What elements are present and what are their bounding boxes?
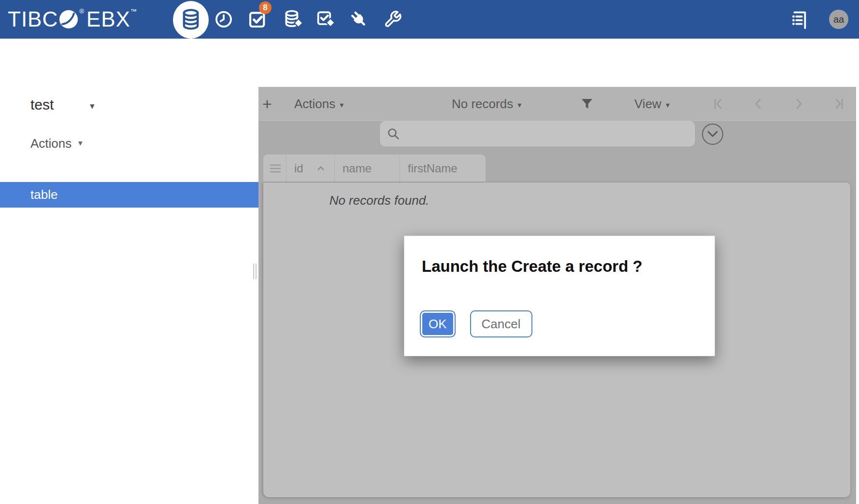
data-models-icon[interactable]	[180, 9, 201, 30]
column-menu-handle[interactable]	[263, 154, 286, 182]
tibco-swoosh-icon	[58, 9, 79, 29]
tasks-badge: 8	[259, 1, 272, 14]
sidebar-item-table[interactable]: table	[0, 182, 259, 208]
empty-table-message: No records found.	[263, 193, 495, 208]
search-expand-button[interactable]	[702, 124, 723, 145]
confirmation-dialog: Launch the Create a record ? OK Cancel	[404, 236, 715, 356]
actions-caret-icon: ▾	[340, 98, 344, 110]
user-avatar[interactable]: aa	[829, 10, 848, 29]
dialog-title: Launch the Create a record ?	[422, 257, 643, 276]
first-page-icon[interactable]	[713, 98, 724, 110]
top-bar: TIBC ® EBX ™	[0, 0, 859, 39]
page-header: Master Data - Reference ▾ table ?	[0, 39, 859, 87]
create-record-button[interactable]: +	[262, 87, 272, 121]
sidebar: test ▾ Actions ▾ table	[0, 87, 258, 504]
trademark-mark: ™	[130, 8, 137, 15]
cancel-button[interactable]: Cancel	[470, 310, 532, 337]
table-toolbar: + Actions ▾ No records ▾ View ▾	[258, 87, 859, 121]
dataspaces-edit-icon[interactable]	[283, 9, 304, 30]
perspectives-menu-icon[interactable]	[787, 9, 809, 30]
integration-plug-icon[interactable]	[348, 9, 370, 30]
previous-page-icon[interactable]	[753, 98, 764, 110]
dataset-caret-icon[interactable]: ▾	[90, 100, 95, 112]
column-header-id[interactable]: id	[286, 154, 335, 182]
table-header-row: id name firstName	[263, 154, 486, 182]
history-clock-icon[interactable]	[213, 9, 234, 30]
ok-button[interactable]: OK	[420, 310, 456, 337]
search-field	[380, 121, 695, 146]
next-page-icon[interactable]	[793, 98, 804, 110]
registered-mark: ®	[79, 8, 84, 15]
logo-text-tibc: TIBC	[8, 0, 58, 39]
filter-icon[interactable]	[581, 98, 593, 109]
column-header-firstName[interactable]: firstName	[400, 154, 486, 182]
hamburger-icon	[270, 164, 281, 173]
app-root: TIBC ® EBX ™	[0, 0, 859, 504]
view-caret-icon: ▾	[666, 98, 670, 110]
tibco-ebx-logo: TIBC ® EBX ™	[8, 0, 137, 39]
sidebar-actions-menu[interactable]: Actions	[30, 136, 72, 151]
validation-edit-icon[interactable]	[315, 9, 336, 30]
logo-text-ebx: EBX	[86, 0, 130, 39]
dialog-buttons: OK Cancel	[420, 310, 532, 337]
dataset-selector[interactable]: test	[30, 97, 54, 113]
records-count-menu[interactable]: No records ▾	[452, 87, 521, 121]
sidebar-item-label: table	[30, 182, 57, 208]
toolbar-actions-menu[interactable]: Actions ▾	[294, 87, 344, 121]
scrollbar-track[interactable]	[856, 87, 859, 504]
search-icon	[387, 128, 400, 140]
search-input[interactable]	[403, 122, 690, 146]
records-caret-icon: ▾	[517, 98, 521, 110]
sidebar-actions-caret-icon[interactable]: ▾	[78, 138, 83, 148]
view-menu[interactable]: View ▾	[634, 87, 670, 121]
sidebar-resize-handle[interactable]	[253, 264, 258, 279]
sort-ascending-icon[interactable]	[317, 166, 325, 171]
last-page-icon[interactable]	[833, 98, 845, 110]
chevron-down-icon	[707, 131, 718, 138]
column-header-name[interactable]: name	[335, 154, 400, 182]
administration-wrench-icon[interactable]	[382, 9, 403, 30]
